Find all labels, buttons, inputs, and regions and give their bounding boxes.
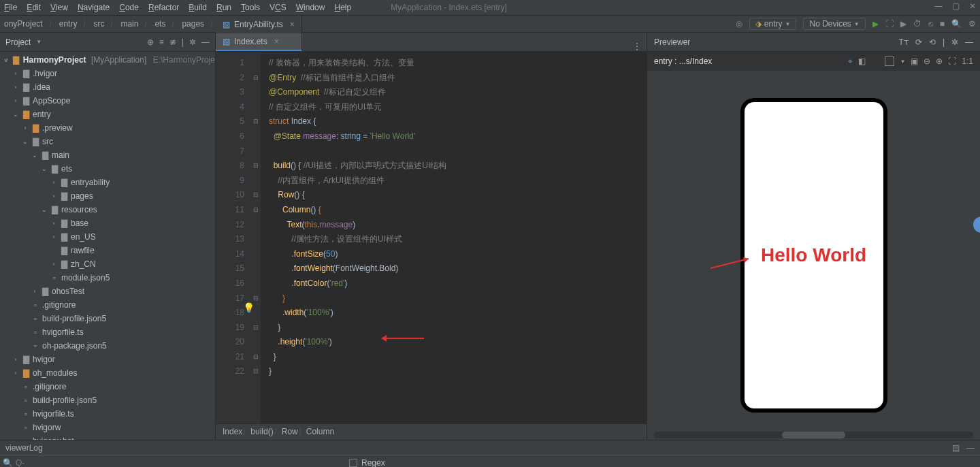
crumb-pages[interactable]: pages <box>182 19 204 29</box>
devices-combo[interactable]: No Devices ▼ <box>803 18 865 30</box>
tree-toggle[interactable]: › <box>20 125 30 131</box>
grid-icon[interactable] <box>885 57 894 66</box>
tree-node-zh_CN[interactable]: ›▇zh_CN <box>0 257 215 271</box>
filter-icon[interactable]: ▤ <box>952 443 960 453</box>
crop-icon[interactable]: ▣ <box>911 57 918 66</box>
tree-toggle[interactable]: › <box>49 234 59 240</box>
tree-toggle[interactable]: › <box>11 70 20 77</box>
crumb-onyProject[interactable]: onyProject <box>4 19 43 29</box>
tree-node-.gitignore[interactable]: ▫.gitignore <box>0 298 215 312</box>
fold-column[interactable]: ⊟⊟⊟⊟⊟⊟⊟⊟⊟ <box>251 56 261 379</box>
gear-icon[interactable]: ✲ <box>951 37 958 47</box>
menu-tools[interactable]: Tools <box>241 3 260 12</box>
search-input[interactable] <box>16 458 349 468</box>
tree-toggle[interactable]: › <box>49 261 59 268</box>
tree-toggle[interactable]: › <box>49 220 59 227</box>
tree-toggle[interactable]: v <box>1 57 11 63</box>
horizontal-scrollbar[interactable] <box>654 432 973 438</box>
tree-node-oh-package.json5[interactable]: ▫oh-package.json5 <box>0 339 215 353</box>
hide-icon[interactable]: — <box>965 37 973 47</box>
tree-node-.gitignore[interactable]: ▫.gitignore <box>0 380 215 393</box>
tree-node-resources[interactable]: ⌄▇resources <box>0 203 215 216</box>
tree-node-hvigorfile.ts[interactable]: ▫hvigorfile.ts <box>0 407 215 421</box>
tree-node-.preview[interactable]: ›▇.preview <box>0 121 215 135</box>
tree-node-.idea[interactable]: ›▇.idea <box>0 80 215 94</box>
regex-label[interactable]: Regex <box>361 458 385 468</box>
lightbulb-icon[interactable]: 💡 <box>243 301 255 316</box>
close-tab-icon[interactable]: × <box>290 20 295 29</box>
tree-node-hvigorw[interactable]: ▫hvigorw <box>0 421 215 434</box>
chevron-down-icon[interactable]: ▼ <box>36 39 42 45</box>
tree-toggle[interactable]: › <box>30 288 39 295</box>
tree-root[interactable]: HarmonyProject [MyApplication] E:\Harmon… <box>23 55 215 65</box>
zoom-in-icon[interactable]: ⊕ <box>936 57 943 66</box>
tree-node-main[interactable]: ⌄▇main <box>0 148 215 162</box>
debug-icon[interactable]: ⛶ <box>885 19 894 29</box>
tree-node-pages[interactable]: ›▇pages <box>0 189 215 203</box>
menu-run[interactable]: Run <box>216 3 231 12</box>
tree-node-ets[interactable]: ⌄▇ets <box>0 162 215 176</box>
maximize-icon[interactable]: ▢ <box>952 1 960 11</box>
menu-window[interactable]: Window <box>296 3 325 12</box>
menu-refactor[interactable]: Refactor <box>148 3 179 12</box>
coverage-icon[interactable]: ▶ <box>900 19 906 29</box>
tree-node-rawfile[interactable]: ▇rawfile <box>0 244 215 257</box>
tree-node-build-profile.json5[interactable]: ▫build-profile.json5 <box>0 312 215 325</box>
search-icon[interactable]: 🔍 <box>951 19 962 29</box>
fullscreen-icon[interactable]: ⛶ <box>948 57 956 66</box>
tree-toggle[interactable]: ⌄ <box>20 138 30 145</box>
tree-node-en_US[interactable]: ›▇en_US <box>0 230 215 244</box>
tree-node-hvigorw.bat[interactable]: ▫hvigorw.bat <box>0 434 215 440</box>
stop-icon[interactable]: ■ <box>940 19 945 29</box>
tree-node-hvigor[interactable]: ›▇hvigor <box>0 353 215 366</box>
tree-toggle[interactable]: › <box>49 179 59 186</box>
settings-icon[interactable]: ⚙ <box>968 19 976 29</box>
run-config-combo[interactable]: ⬗ entry ▼ <box>749 18 797 30</box>
rotate-icon[interactable]: ⟲ <box>929 37 936 47</box>
tree-toggle[interactable]: ⌄ <box>39 206 49 213</box>
menu-build[interactable]: Build <box>189 3 207 12</box>
hide-icon[interactable]: — <box>201 37 210 47</box>
log-bar[interactable]: viewerLog ▤ — <box>0 440 980 455</box>
menu-help[interactable]: Help <box>334 3 351 12</box>
ecrumb-Row[interactable]: Row <box>282 427 298 436</box>
project-title[interactable]: Project <box>5 37 31 47</box>
crumb-ets[interactable]: ets <box>154 19 165 29</box>
ecrumb-Index[interactable]: Index <box>223 427 242 436</box>
profile-icon[interactable]: ⏱ <box>913 19 921 29</box>
refresh-icon[interactable]: ⟳ <box>915 37 922 47</box>
locate-icon[interactable]: ⊕ <box>147 37 154 47</box>
gear-icon[interactable]: ✲ <box>189 37 196 47</box>
minimize-icon[interactable]: — <box>934 1 943 11</box>
tab-overflow-icon[interactable]: ⋮ <box>633 42 641 51</box>
inspect-icon[interactable]: ⌖ <box>848 57 853 66</box>
tree-node-hvigorfile.ts[interactable]: ▫hvigorfile.ts <box>0 325 215 339</box>
tree-toggle[interactable]: › <box>11 84 20 91</box>
sync-icon[interactable]: ◎ <box>736 19 742 29</box>
tree-toggle[interactable]: ⌄ <box>11 111 20 118</box>
tree-node-oh_modules[interactable]: ›▇oh_modules <box>0 366 215 380</box>
chevron-down-icon[interactable]: ▼ <box>900 59 905 65</box>
close-icon[interactable]: ✕ <box>969 1 976 11</box>
menu-navigate[interactable]: Navigate <box>78 3 110 12</box>
ecrumb-Column[interactable]: Column <box>306 427 334 436</box>
preview-entry-label[interactable]: entry : ...s/Index <box>654 57 712 66</box>
tree-node-entryability[interactable]: ›▇entryability <box>0 176 215 189</box>
tree-node-ohosTest[interactable]: ›▇ohosTest <box>0 285 215 298</box>
crumb-main[interactable]: main <box>120 19 138 29</box>
clear-icon[interactable]: — <box>966 443 975 453</box>
menu-edit[interactable]: Edit <box>27 3 41 12</box>
tab-EntryAbility.ts[interactable]: ▧EntryAbility.ts× <box>216 16 302 33</box>
tree-toggle[interactable]: ⌄ <box>39 165 49 172</box>
tree-toggle[interactable]: › <box>11 370 20 376</box>
tree-node-build-profile.json5[interactable]: ▫build-profile.json5 <box>0 393 215 407</box>
tab-Index.ets[interactable]: ▧Index.ets× <box>216 33 302 51</box>
menu-view[interactable]: View <box>50 3 68 12</box>
collapse-icon[interactable]: ≢ <box>169 37 176 47</box>
project-tree[interactable]: v ▇ HarmonyProject [MyApplication] E:\Ha… <box>0 52 215 440</box>
tree-node-src[interactable]: ⌄▇src <box>0 135 215 148</box>
layers-icon[interactable]: ◧ <box>858 57 866 66</box>
expand-icon[interactable]: ≡ <box>159 37 164 47</box>
tree-node-entry[interactable]: ⌄▇entry <box>0 108 215 121</box>
tree-toggle[interactable]: ⌄ <box>30 152 39 159</box>
